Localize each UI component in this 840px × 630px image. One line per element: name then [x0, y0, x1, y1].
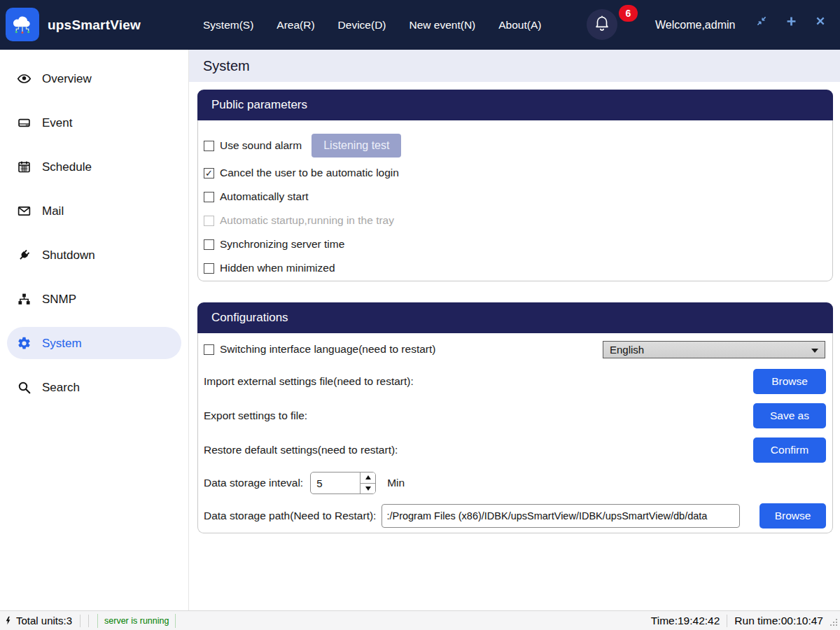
checkbox-row: Hidden when minimized [198, 256, 832, 280]
collapse-icon[interactable] [755, 14, 769, 28]
notifications-button[interactable] [587, 9, 617, 40]
save-as-button[interactable]: Save as [753, 403, 826, 428]
checkbox-row: Synchronizing server time [198, 232, 832, 256]
checkbox[interactable] [204, 168, 214, 178]
data-storage-path-row: Data storage path(Need to Restart): :/Pr… [198, 499, 832, 533]
welcome-text: Welcome,admin [655, 0, 735, 50]
configurations-body: Switching interface language(need to res… [197, 333, 833, 533]
config-row-label: Import external settings file(need to re… [204, 375, 414, 388]
navbar-menu: System(S)Area(R)Device(D)New event(N)Abo… [203, 0, 541, 50]
sidebar-item-mail[interactable]: Mail [0, 189, 188, 233]
checkbox-label: Automatically start [220, 190, 309, 203]
listening-test-button[interactable]: Listening test [312, 134, 401, 158]
page-title: System [189, 50, 840, 82]
network-icon [17, 292, 31, 307]
use-sound-alarm-row: Use sound alarm Listening test [198, 130, 832, 161]
data-storage-interval-row: Data storage inteval: 5 Min [198, 467, 832, 499]
resize-grip[interactable] [830, 617, 838, 629]
language-select-value: English [610, 344, 644, 356]
switch-language-label: Switching interface language(need to res… [220, 343, 435, 356]
sidebar-item-label: Overview [42, 72, 92, 86]
public-parameters-checkbox-list: Cancel the user to be automatic loginAut… [198, 161, 832, 280]
browse-button[interactable]: Browse [753, 369, 826, 394]
app-logo-icon [6, 8, 39, 41]
menu-system[interactable]: System(S) [203, 19, 253, 31]
plug-icon [17, 248, 31, 262]
sidebar-item-label: Search [42, 381, 80, 395]
status-bar: Total units:3 server is running Time:19:… [0, 610, 840, 630]
switch-language-checkbox[interactable] [204, 344, 214, 355]
spin-up-icon[interactable] [360, 472, 375, 483]
checkbox[interactable] [204, 239, 214, 250]
interval-spin-buttons [360, 472, 375, 493]
configurations-header: Configurations [197, 302, 833, 333]
language-select[interactable]: English [603, 341, 825, 358]
sidebar-nav: OverviewEventScheduleMailShutdownSNMPSys… [0, 50, 188, 410]
gear-icon [17, 336, 31, 351]
path-label: Data storage path(Need to Restart): [204, 510, 376, 522]
notification-badge: 6 [619, 5, 638, 22]
spin-down-icon[interactable] [360, 483, 375, 494]
public-parameters-panel: Public parameters Use sound alarm Listen… [197, 90, 833, 281]
config-row: Import external settings file(need to re… [198, 364, 832, 398]
main-content: System Public parameters Use sound alarm… [189, 50, 840, 610]
menu-new-event[interactable]: New event(N) [410, 19, 476, 31]
path-browse-button[interactable]: Browse [760, 503, 826, 528]
checkbox[interactable] [204, 192, 214, 202]
use-sound-alarm-checkbox[interactable] [204, 141, 214, 151]
use-sound-alarm-label: Use sound alarm [220, 139, 302, 152]
confirm-button[interactable]: Confirm [753, 438, 826, 463]
interval-spinner: 5 [310, 472, 376, 494]
sidebar-item-label: Schedule [42, 160, 92, 174]
sidebar-item-schedule[interactable]: Schedule [0, 145, 188, 189]
configurations-panel: Configurations Switching interface langu… [197, 302, 833, 533]
sidebar-item-label: Shutdown [42, 248, 95, 262]
sidebar-item-shutdown[interactable]: Shutdown [0, 233, 188, 277]
sidebar-item-label: Event [42, 116, 72, 130]
checkbox-label: Cancel the user to be automatic login [220, 167, 399, 179]
sidebar: OverviewEventScheduleMailShutdownSNMPSys… [0, 50, 189, 610]
sidebar-item-event[interactable]: Event [0, 101, 188, 145]
checkbox-row: Automatically start [198, 185, 832, 209]
language-row: Switching interface language(need to res… [198, 335, 832, 364]
path-input[interactable]: :/Program Files (x86)/IDBK/upsSmartView/… [382, 504, 740, 528]
checkbox[interactable] [204, 263, 214, 274]
public-parameters-body: Use sound alarm Listening test Cancel th… [197, 120, 833, 281]
window-controls [755, 8, 827, 34]
sidebar-item-overview[interactable]: Overview [0, 57, 188, 101]
menu-area[interactable]: Area(R) [276, 19, 314, 31]
sidebar-item-search[interactable]: Search [0, 365, 188, 410]
interval-input[interactable]: 5 [311, 472, 360, 493]
navbar: upsSmartView System(S)Area(R)Device(D)Ne… [0, 0, 840, 50]
checkbox-label: Hidden when minimized [220, 262, 335, 274]
sidebar-item-system[interactable]: System [0, 321, 188, 365]
statusbar-divider [80, 615, 80, 627]
close-icon[interactable] [813, 14, 827, 28]
interval-label: Data storage inteval: [204, 477, 303, 489]
drive-icon [17, 115, 31, 130]
checkbox-row: Automatic startup,running in the tray [198, 209, 832, 232]
calendar-icon [17, 160, 31, 174]
config-row-label: Restore default settings(need to restart… [204, 444, 398, 456]
sidebar-item-label: SNMP [42, 293, 76, 307]
mail-icon [17, 204, 31, 218]
interval-unit-label: Min [387, 477, 405, 489]
eye-icon [17, 71, 31, 86]
menu-about[interactable]: About(A) [498, 19, 541, 31]
run-time-text: Run time:00:10:47 [734, 615, 823, 627]
plus-icon[interactable] [784, 14, 798, 28]
public-parameters-header: Public parameters [197, 90, 833, 120]
menu-device[interactable]: Device(D) [338, 19, 386, 31]
config-row-label: Export settings to file: [204, 410, 307, 422]
checkbox-label: Automatic startup,running in the tray [220, 214, 394, 227]
config-row: Restore default settings(need to restart… [198, 433, 832, 467]
time-text: Time:19:42:42 [651, 615, 720, 627]
sidebar-item-label: System [42, 337, 82, 351]
bell-icon [593, 14, 611, 35]
checkbox-label: Synchronizing server time [220, 238, 344, 251]
lightning-icon [4, 615, 13, 626]
sidebar-item-snmp[interactable]: SNMP [0, 277, 188, 321]
total-units-text: Total units:3 [16, 615, 72, 626]
statusbar-divider [88, 615, 89, 627]
search-icon [17, 380, 31, 395]
